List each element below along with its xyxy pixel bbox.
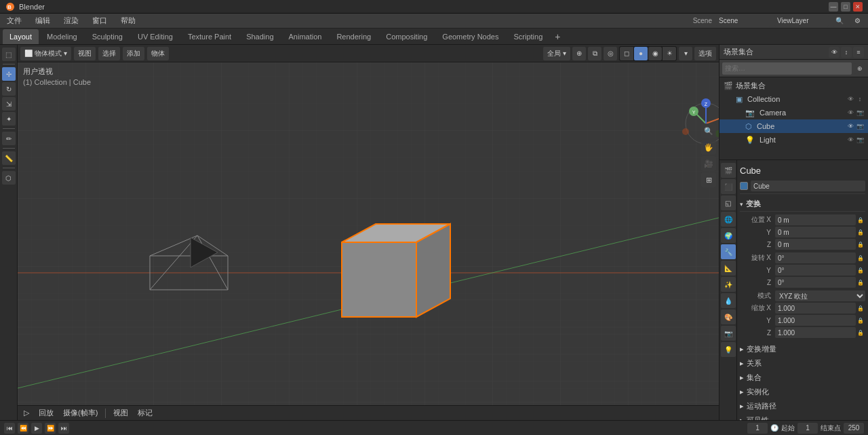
camera-fps-label[interactable]: 摄像(帧率) [61, 407, 100, 419]
menu-edit[interactable]: 编辑 [33, 14, 53, 27]
search-button[interactable]: 🔍 [833, 16, 846, 26]
select-options[interactable]: 选项 [694, 47, 716, 60]
scale-x-lock-icon[interactable]: 🔒 [857, 305, 865, 311]
pos-y-lock-icon[interactable]: 🔒 [857, 229, 865, 235]
tab-layout[interactable]: Layout [3, 29, 39, 44]
props-tab-viewlayer[interactable]: ◱ [721, 195, 736, 210]
jump-end-button[interactable]: ⏭ [58, 423, 69, 434]
global-local-button[interactable]: 全局 ▾ [543, 47, 570, 60]
tab-rendering[interactable]: Rendering [330, 29, 378, 44]
props-tab-world[interactable]: 🌍 [721, 228, 736, 243]
scale-z-lock-icon[interactable]: 🔒 [857, 330, 865, 336]
xray-toggle[interactable]: ◎ [604, 47, 617, 60]
gizmo-toggle[interactable]: ⊕ [572, 47, 586, 60]
scale-x-field[interactable]: 1.000 [775, 303, 856, 314]
filter-button[interactable]: ⚙ [850, 16, 864, 26]
pos-x-lock-icon[interactable]: 🔒 [857, 217, 865, 223]
pos-z-field[interactable]: 0 m [775, 239, 856, 250]
close-button[interactable]: ✕ [853, 2, 863, 12]
scale-y-lock-icon[interactable]: 🔒 [857, 318, 865, 324]
next-frame-button[interactable]: ⏩ [45, 423, 56, 434]
add-menu-button[interactable]: 添加 [123, 47, 144, 60]
tab-uv-editing[interactable]: UV Editing [131, 29, 180, 44]
jump-start-button[interactable]: ⏮ [4, 423, 15, 434]
add-workspace-button[interactable]: + [551, 29, 564, 44]
object-visibility-toggle[interactable] [740, 182, 748, 190]
rot-y-lock-icon[interactable]: 🔒 [857, 267, 865, 273]
rot-y-field[interactable]: 0° [775, 265, 856, 276]
rotation-mode-select[interactable]: XYZ 欧拉 [775, 290, 865, 301]
transform-header[interactable]: ▾ 变换 [740, 197, 865, 212]
scene-select[interactable]: Scene [716, 16, 770, 26]
lock-camera-button[interactable]: ⊞ [701, 172, 716, 187]
props-tab-object[interactable]: 🔧 [721, 244, 736, 259]
viewport-3d[interactable]: X Y Z 用户透视 (1) Collection | Cube [18, 62, 719, 405]
frame-start-input[interactable]: 1 [797, 423, 818, 434]
rendered-shading[interactable]: ☀ [663, 47, 676, 60]
outliner-camera[interactable]: 📷 Camera 👁 📷 [719, 106, 868, 119]
zoom-out-button[interactable]: 🖐 [701, 140, 716, 155]
props-tab-material[interactable]: 🎨 [721, 309, 736, 324]
props-tab-particles[interactable]: ✨ [721, 277, 736, 292]
select-menu-button[interactable]: 选择 [98, 47, 120, 60]
menu-help[interactable]: 帮助 [118, 14, 138, 27]
play-button[interactable]: ▶ [31, 423, 42, 434]
scale-tool[interactable]: ⇲ [2, 97, 16, 111]
scale-z-field[interactable]: 1.000 [775, 327, 856, 338]
outliner-select-icon[interactable]: ↕ [841, 47, 852, 58]
overlay-toggle[interactable]: ⧉ [588, 47, 601, 60]
outliner-filter-icon[interactable]: ≡ [853, 47, 864, 58]
menu-window[interactable]: 窗口 [90, 14, 110, 27]
rot-z-field[interactable]: 0° [775, 277, 856, 288]
visibility-section[interactable]: ▸ 可见性 [740, 413, 865, 420]
menu-file[interactable]: 文件 [4, 14, 24, 27]
props-tab-modifier[interactable]: 📐 [721, 261, 736, 276]
rot-z-lock-icon[interactable]: 🔒 [857, 280, 865, 286]
minimize-button[interactable]: — [829, 2, 838, 12]
zoom-in-button[interactable]: 🔍 [701, 124, 716, 138]
mode-select-button[interactable]: ⬜ 物体模式 ▾ [20, 47, 71, 60]
collection-vis-select[interactable]: ↕ [856, 95, 864, 103]
tab-animation[interactable]: Animation [282, 29, 329, 44]
menu-render[interactable]: 渲染 [61, 14, 81, 27]
prev-frame-button[interactable]: ⏪ [18, 423, 28, 434]
material-shading[interactable]: ◉ [648, 47, 662, 60]
frame-end-input[interactable]: 250 [844, 423, 864, 434]
playback-label[interactable]: 回放 [37, 407, 56, 419]
outliner-cube[interactable]: ⬡ Cube 👁 📷 [719, 119, 868, 133]
current-frame-display[interactable]: 1 [747, 423, 768, 434]
object-name-field[interactable]: Cube [751, 181, 865, 191]
tab-shading[interactable]: Shading [239, 29, 280, 44]
light-render-icon[interactable]: 📷 [856, 136, 864, 144]
tab-geometry-nodes[interactable]: Geometry Nodes [435, 29, 505, 44]
outliner-search-input[interactable] [722, 62, 852, 75]
transform-delta-section[interactable]: ▸ 变换增量 [740, 342, 865, 356]
relations-section[interactable]: ▸ 关系 [740, 356, 865, 371]
annotate-tool[interactable]: ✏ [2, 132, 16, 145]
tab-texture-paint[interactable]: Texture Paint [181, 29, 238, 44]
solid-shading[interactable]: ● [634, 47, 648, 60]
tab-compositing[interactable]: Compositing [379, 29, 434, 44]
camera-view-button[interactable]: 🎥 [701, 156, 716, 171]
rotate-tool[interactable]: ↻ [2, 82, 16, 96]
mark-label[interactable]: 标记 [136, 407, 155, 419]
transform-tool[interactable]: ✦ [2, 112, 16, 126]
rot-x-lock-icon[interactable]: 🔒 [857, 255, 865, 261]
rot-x-field[interactable]: 0° [775, 252, 856, 263]
view-label[interactable]: 视图 [111, 407, 130, 419]
light-vis-icon[interactable]: 👁 [846, 136, 854, 144]
tab-sculpting[interactable]: Sculpting [85, 29, 130, 44]
wireframe-shading[interactable]: ◻ [620, 47, 633, 60]
move-tool[interactable]: ✢ [2, 67, 16, 81]
viewlayer-select[interactable]: ViewLayer [774, 16, 829, 26]
collection-vis-eye[interactable]: 👁 [846, 95, 854, 103]
motion-path-section[interactable]: ▸ 运动路径 [740, 399, 865, 413]
add-cube-tool[interactable]: ⬡ [2, 171, 16, 185]
outliner-hide-icon[interactable]: 👁 [829, 47, 840, 58]
instancing-section[interactable]: ▸ 实例化 [740, 385, 865, 399]
props-tab-render[interactable]: 🎬 [721, 163, 736, 178]
select-box-tool[interactable]: ⬚ [2, 48, 16, 61]
props-tab-data[interactable]: 💡 [721, 342, 736, 357]
props-tab-scene[interactable]: 🌐 [721, 212, 736, 227]
camera-render-icon[interactable]: 📷 [856, 109, 864, 117]
